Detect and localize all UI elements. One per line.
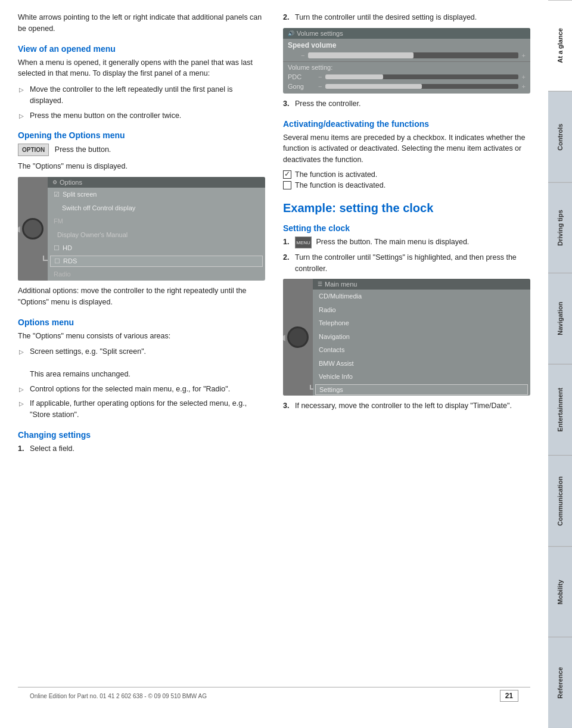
minus-icon: − — [301, 52, 304, 59]
main-menu-content: ☰ Main menu CD/Multimedia Radio Telephon… — [313, 279, 530, 396]
checked-box-icon — [283, 170, 291, 179]
plus-icon: + — [522, 52, 526, 59]
section-heading-activating: Activating/deactivating the functions — [283, 119, 530, 129]
activating-body: Several menu items are preceded by a che… — [283, 132, 530, 166]
bullet-item: Move the controller to the left repeated… — [18, 84, 265, 107]
right-sidebar: At a glance Controls Driving tips Naviga… — [548, 0, 572, 728]
speed-volume-label: Speed volume — [283, 39, 530, 51]
section-heading-example: Example: setting the clock — [283, 201, 530, 215]
bracket-indicator — [43, 256, 48, 262]
gong-row: Gong − + — [283, 82, 530, 94]
pdc-bar — [325, 74, 518, 79]
main-menu-item-contacts: Contacts — [313, 343, 530, 357]
footer-text: Online Edition for Part no. 01 41 2 602 … — [30, 693, 207, 699]
menu-item-rds-highlighted: ☐ RDS — [50, 256, 263, 267]
sidebar-tab-at-a-glance[interactable]: At a glance — [548, 0, 572, 91]
option-button-image: OPTION — [18, 144, 49, 156]
section-heading-setting-clock: Setting the clock — [283, 223, 530, 233]
main-menu-item-navigation: Navigation — [313, 330, 530, 344]
menu-button-icon: MENU — [295, 237, 312, 248]
main-menu-item-radio: Radio — [313, 303, 530, 317]
sidebar-tab-mobility[interactable]: Mobility — [548, 546, 572, 637]
speed-volume-bar — [308, 52, 518, 58]
cb-activated-label: The function is activated. — [295, 170, 377, 179]
menu-item-hd: ☐ HD — [48, 241, 265, 255]
clock-step3-list: 3. If necessary, move the controller to … — [283, 400, 530, 412]
pdc-plus-icon: + — [522, 73, 526, 80]
pdc-row: PDC − + — [283, 72, 530, 82]
sidebar-tab-entertainment[interactable]: Entertainment — [548, 364, 572, 455]
main-menu-left-arrow: ◀ — [283, 332, 285, 342]
controller-knob-area: ◀ — [18, 177, 48, 281]
main-menu-item-cd: CD/Multimedia — [313, 290, 530, 303]
changing-settings-step1: 1. Select a field. — [18, 443, 265, 455]
speed-volume-slider-row: − + — [283, 51, 530, 60]
options-screen-content: ⚙ Options ☑ Split screen Switch off Cont… — [48, 177, 265, 281]
gong-fill — [325, 84, 422, 89]
page-number: 21 — [500, 690, 518, 702]
gong-bar — [325, 84, 518, 89]
bullet-item-further-options: If applicable, further operating options… — [18, 398, 265, 421]
additional-options-text: Additional options: move the controller … — [18, 285, 265, 308]
pdc-minus-icon: − — [318, 73, 322, 80]
sidebar-tab-reference[interactable]: Reference — [548, 637, 572, 728]
unchecked-box-icon — [283, 181, 291, 189]
section3-bullets: Screen settings, e.g. "Split screen".Thi… — [18, 346, 265, 421]
section2-body2: The "Options" menu is displayed. — [18, 161, 265, 172]
sidebar-tab-driving-tips[interactable]: Driving tips — [548, 182, 572, 273]
section1-body: When a menu is opened, it generally open… — [18, 57, 265, 80]
left-arrow-icon: ◀ — [18, 224, 20, 234]
knob-circle — [22, 218, 43, 239]
options-icon: ⚙ — [52, 179, 57, 185]
section-heading-options-menu-desc: Options menu — [18, 318, 265, 327]
pdc-label: PDC — [288, 73, 315, 80]
rds-unchecked-icon: ☐ — [54, 257, 60, 265]
menu-item-fm: FM — [48, 214, 265, 228]
sidebar-tab-controls[interactable]: Controls — [548, 91, 572, 182]
speed-volume-fill — [308, 52, 413, 58]
pdc-fill — [325, 74, 383, 79]
options-screen-mockup: ◀ ⚙ Options — [18, 177, 265, 281]
clock-step2: 2. Turn the controller until "Settings" … — [283, 252, 530, 275]
cb-deactivated-row: The function is deactivated. — [283, 181, 530, 189]
volume-title: Volume settings — [297, 30, 343, 37]
options-title-bar: ⚙ Options — [48, 177, 265, 188]
volume-screen-mockup: 🔊 Volume settings Speed volume − + — [283, 28, 530, 94]
volume-title-bar: 🔊 Volume settings — [283, 28, 530, 39]
menu-item-split-screen: ☑ Split screen — [48, 188, 265, 201]
clock-step3: 3. If necessary, move the controller to … — [283, 400, 530, 412]
sidebar-tab-communication[interactable]: Communication — [548, 455, 572, 546]
main-menu-item-settings-highlighted: Settings — [315, 384, 528, 395]
gong-label: Gong — [288, 83, 315, 90]
volume-icon: 🔊 — [288, 30, 294, 36]
main-menu-item-telephone: Telephone — [313, 316, 530, 330]
section3-body: The "Options" menu consists of various a… — [18, 331, 265, 342]
main-menu-knob-area: ◀ — [283, 279, 313, 396]
main-menu-item-bmw-assist: BMW Assist — [313, 357, 530, 371]
gong-minus-icon: − — [318, 83, 322, 90]
footer-area: Online Edition for Part no. 01 41 2 602 … — [18, 687, 530, 704]
page-footer: Online Edition for Part no. 01 41 2 602 … — [18, 687, 530, 704]
settings-bracket — [310, 385, 313, 390]
section2-body1: OPTION Press the button. — [18, 144, 265, 156]
gong-plus-icon: + — [522, 83, 526, 90]
section-heading-options-menu: Opening the Options menu — [18, 130, 265, 140]
right-step3-list: 3. Press the controller. — [283, 98, 530, 110]
sidebar-tab-navigation[interactable]: Navigation — [548, 273, 572, 364]
right-step2: 2. Turn the controller until the desired… — [283, 12, 530, 23]
menu-item-owners-manual: Display Owner's Manual — [48, 228, 265, 242]
right-step3: 3. Press the controller. — [283, 98, 530, 110]
section-heading-changing-settings: Changing settings — [18, 430, 265, 440]
menu-item-switch-off: Switch off Control display — [48, 201, 265, 215]
main-menu-knob — [287, 326, 309, 348]
bullet-item-control-options: Control options for the selected main me… — [18, 384, 265, 395]
right-column: 2. Turn the controller until the desired… — [283, 12, 530, 687]
right-numbered-step2: 2. Turn the controller until the desired… — [283, 12, 530, 23]
menu-item-radio: Radio — [48, 267, 265, 281]
cb-activated-row: The function is activated. — [283, 170, 530, 179]
volume-setting-label: Volume setting: — [283, 61, 530, 72]
section-heading-opened-menu: View of an opened menu — [18, 44, 265, 54]
changing-settings-list: 1. Select a field. — [18, 443, 265, 455]
main-menu-title: Main menu — [325, 281, 357, 288]
bullet-item-screen-settings: Screen settings, e.g. "Split screen".Thi… — [18, 346, 265, 379]
